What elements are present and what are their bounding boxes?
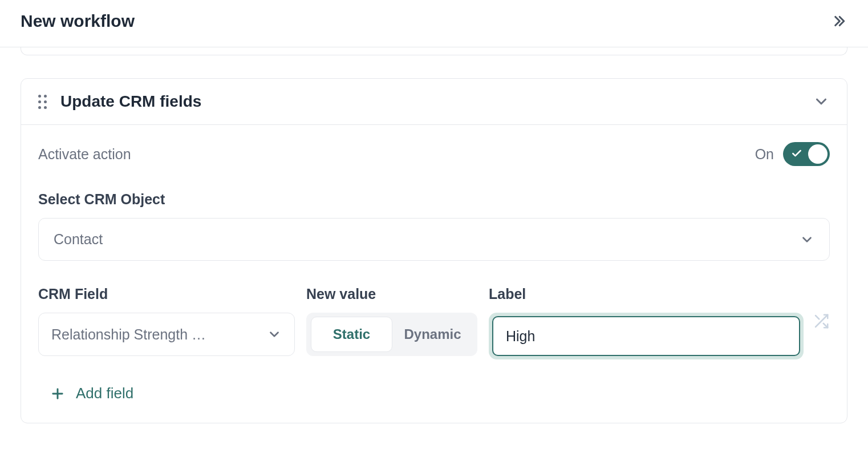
shuffle-button[interactable] — [813, 313, 830, 330]
chevron-down-icon — [800, 232, 814, 247]
value-type-segmented: Static Dynamic — [306, 313, 477, 356]
select-crm-object-label: Select CRM Object — [38, 191, 830, 208]
chevrons-right-icon — [830, 13, 847, 30]
toggle-knob — [808, 144, 828, 164]
new-value-header: New value — [306, 286, 477, 302]
crm-field-column: CRM Field Relationship Strength … — [38, 286, 295, 356]
action-card: Update CRM fields Activate action On Sel… — [21, 78, 847, 423]
toggle-state-label: On — [755, 146, 774, 163]
crm-field-select[interactable]: Relationship Strength … — [38, 313, 295, 356]
label-input-focus-ring — [489, 313, 804, 359]
action-title: Update CRM fields — [60, 92, 201, 111]
previous-card-edge — [21, 47, 847, 55]
shuffle-icon — [813, 313, 830, 330]
add-field-button[interactable]: Add field — [38, 385, 830, 402]
activate-toggle[interactable] — [783, 142, 830, 166]
label-input[interactable] — [492, 316, 800, 356]
chevron-down-icon — [267, 327, 282, 342]
new-value-column: New value Static Dynamic — [306, 286, 477, 356]
collapse-panel-button[interactable] — [830, 13, 847, 30]
card-header-left: Update CRM fields — [38, 92, 201, 111]
label-column: Label — [489, 286, 830, 359]
crm-object-select[interactable]: Contact — [38, 218, 830, 261]
page-header: New workflow — [0, 0, 868, 47]
page-title: New workflow — [21, 11, 135, 31]
drag-handle-icon[interactable] — [38, 95, 47, 109]
action-card-header[interactable]: Update CRM fields — [21, 79, 847, 125]
activate-row: Activate action On — [38, 142, 830, 166]
crm-field-header: CRM Field — [38, 286, 295, 302]
field-row: CRM Field Relationship Strength … New va… — [38, 286, 830, 359]
dynamic-option[interactable]: Dynamic — [392, 317, 473, 351]
activate-label: Activate action — [38, 146, 131, 163]
static-option[interactable]: Static — [311, 317, 392, 352]
chevron-down-icon[interactable] — [813, 93, 830, 110]
content-area: Update CRM fields Activate action On Sel… — [0, 47, 868, 423]
action-card-body: Activate action On Select CRM Object Con… — [21, 125, 847, 423]
plus-icon — [50, 386, 66, 402]
check-icon — [791, 148, 802, 159]
add-field-label: Add field — [76, 385, 133, 402]
activate-toggle-wrap: On — [755, 142, 830, 166]
svg-line-2 — [816, 316, 819, 319]
crm-field-value: Relationship Strength … — [51, 326, 206, 343]
crm-object-value: Contact — [54, 231, 103, 248]
label-header: Label — [489, 286, 804, 302]
